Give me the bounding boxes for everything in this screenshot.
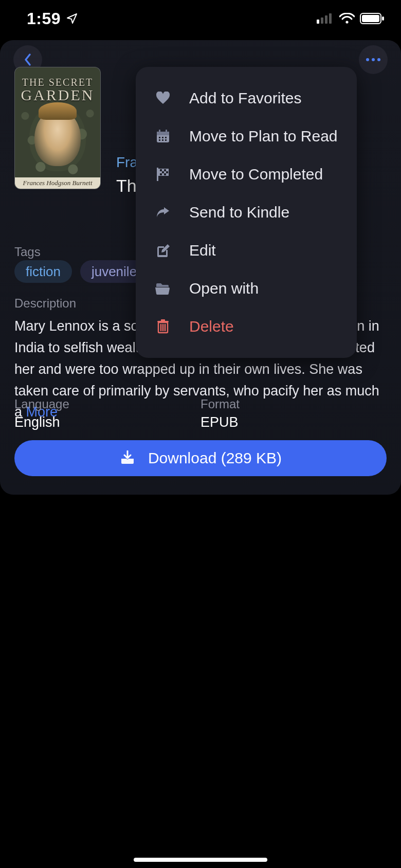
svg-rect-1 xyxy=(321,17,323,24)
svg-rect-26 xyxy=(160,173,162,175)
ellipsis-icon xyxy=(366,58,381,62)
calendar-icon xyxy=(154,130,172,143)
svg-rect-6 xyxy=(362,15,379,22)
svg-rect-25 xyxy=(166,171,168,173)
svg-rect-18 xyxy=(159,139,160,141)
svg-rect-17 xyxy=(165,137,167,138)
svg-rect-15 xyxy=(159,137,160,138)
cover-author: Frances Hodgson Burnett xyxy=(15,177,100,189)
svg-point-8 xyxy=(366,58,369,61)
menu-label: Send to Kindle xyxy=(189,204,289,221)
menu-label: Edit xyxy=(189,242,216,259)
tag-chip[interactable]: fiction xyxy=(14,260,72,283)
chevron-left-icon xyxy=(23,52,33,67)
folder-open-icon xyxy=(154,282,172,295)
more-button[interactable] xyxy=(359,45,388,74)
status-bar: 1:59 xyxy=(0,0,401,37)
language-label: Language xyxy=(14,397,200,411)
svg-rect-21 xyxy=(157,168,158,181)
menu-edit[interactable]: Edit xyxy=(136,231,357,269)
flag-checkered-icon xyxy=(154,168,172,181)
trash-icon xyxy=(154,319,172,334)
svg-rect-27 xyxy=(164,173,166,175)
svg-point-10 xyxy=(377,58,380,61)
format-label: Format xyxy=(200,397,387,411)
svg-rect-7 xyxy=(382,16,384,21)
format-col: Format EPUB xyxy=(200,397,387,430)
menu-label: Add to Favorites xyxy=(189,89,301,107)
svg-rect-20 xyxy=(165,139,167,141)
svg-rect-19 xyxy=(162,139,163,141)
download-button[interactable]: Download (289 KB) xyxy=(14,440,387,476)
download-label: Download (289 KB) xyxy=(148,449,282,467)
download-icon xyxy=(119,450,136,466)
svg-rect-12 xyxy=(157,132,169,135)
menu-add-favorites[interactable]: Add to Favorites xyxy=(136,79,357,117)
menu-completed[interactable]: Move to Completed xyxy=(136,155,357,193)
svg-rect-23 xyxy=(164,169,166,171)
svg-rect-0 xyxy=(317,20,319,24)
menu-open-with[interactable]: Open with xyxy=(136,269,357,308)
svg-point-9 xyxy=(372,58,375,61)
format-value: EPUB xyxy=(200,414,387,430)
menu-label: Open with xyxy=(189,280,259,297)
menu-delete[interactable]: Delete xyxy=(136,308,357,346)
cellular-signal-icon xyxy=(317,13,334,24)
svg-rect-24 xyxy=(162,171,164,173)
home-indicator[interactable] xyxy=(134,858,267,862)
svg-rect-16 xyxy=(162,137,163,138)
menu-label: Delete xyxy=(189,318,234,335)
menu-plan-to-read[interactable]: Move to Plan to Read xyxy=(136,117,357,155)
share-arrow-icon xyxy=(154,206,172,219)
svg-rect-13 xyxy=(159,130,160,133)
svg-rect-22 xyxy=(160,169,162,171)
menu-send-kindle[interactable]: Send to Kindle xyxy=(136,193,357,231)
language-col: Language English xyxy=(14,397,200,430)
location-arrow-icon xyxy=(66,12,78,25)
book-cover[interactable]: THE SECRET GARDEN Frances Hodgson Burnet… xyxy=(14,67,101,189)
description-label: Description xyxy=(14,296,76,311)
language-value: English xyxy=(14,414,200,430)
svg-rect-2 xyxy=(325,15,327,24)
cover-title-line2: GARDEN xyxy=(15,86,100,104)
svg-rect-3 xyxy=(329,13,332,24)
clock-text: 1:59 xyxy=(27,9,61,28)
svg-point-4 xyxy=(345,21,348,23)
battery-icon xyxy=(360,13,385,24)
tags-label: Tags xyxy=(14,245,41,259)
menu-label: Move to Plan to Read xyxy=(189,128,338,145)
svg-rect-14 xyxy=(166,130,167,133)
pencil-square-icon xyxy=(154,244,172,258)
svg-rect-30 xyxy=(161,319,165,321)
info-row: Language English Format EPUB xyxy=(14,397,387,430)
status-time: 1:59 xyxy=(27,9,78,28)
context-menu: Add to Favorites Move to Plan to Read Mo… xyxy=(136,67,357,358)
heart-icon xyxy=(154,92,172,105)
wifi-icon xyxy=(339,13,355,24)
menu-label: Move to Completed xyxy=(189,166,323,183)
